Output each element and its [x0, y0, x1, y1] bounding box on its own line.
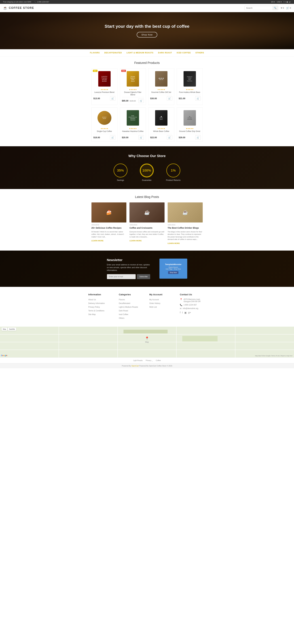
footer-gplus-icon[interactable]: g+ [188, 311, 191, 314]
blog-card-recipes[interactable]: 🍰 15/01/2016 25+ Delicious Coffee Recipe… [91, 202, 126, 244]
search-input[interactable] [245, 6, 272, 10]
map-placeholder[interactable]: Map 📍 Map Satellite Map data ©2016 Googl… [0, 327, 294, 358]
stars-gift: ★★★★★ [150, 88, 172, 90]
top-bar-left: Free shipping on all orders over $300 📞 … [3, 1, 49, 3]
product-price-row-douwe: $85.00 $100.00 🛒 [122, 97, 144, 103]
footer-twitter-icon[interactable]: t [182, 311, 183, 314]
svg-rect-8 [123, 330, 168, 334]
product-card-douwe[interactable]: Sale DouweEgbertsFilterBlend ★★★★★ Douwe… [120, 68, 146, 105]
product-image-arabica: FinlaysonFinestRichEspresso [179, 70, 201, 87]
nav-light-medium[interactable]: LIGHT & MEDIUM ROASTS [126, 52, 154, 54]
add-to-cart-wholebean[interactable]: 🛒 [167, 135, 172, 140]
product-card-hawaiian[interactable]: DONFRANCISCO'SHawaiianHazelnut ★★★★★ Haw… [120, 108, 146, 142]
blog-card-blogs[interactable]: ☕ 16/01/2016 The Best Coffee Drinker Blo… [168, 202, 203, 244]
add-to-cart-singlecup[interactable]: 🛒 [110, 135, 115, 140]
add-to-cart-lavazza[interactable]: 🛒 [110, 96, 115, 100]
product-image-lavazza: LAVAZZAPremiumHOUSEBLEND [93, 70, 115, 87]
stat-savings: 35% Savings [113, 164, 127, 181]
footer-link-delivery[interactable]: Delivery Information [88, 302, 105, 304]
footer-link-sitemap[interactable]: Site Map [88, 313, 96, 316]
why-section: Why Choose Our Store 35% Savings 100% Gu… [0, 146, 294, 189]
footer-cat-others[interactable]: Others [119, 317, 124, 319]
footer-cat-decaf[interactable]: Decaffeinated [119, 302, 130, 304]
add-to-cart-arabica[interactable]: 🛒 [195, 96, 201, 100]
footer-cat-flavors[interactable]: Flavors [119, 298, 125, 301]
map-label-satellite[interactable]: Satellite [8, 328, 16, 331]
language-selector[interactable]: EN ▾ [271, 1, 275, 3]
blog-image-recipes: 🍰 [91, 202, 126, 222]
product-card-wholebean[interactable]: ☕WholeBean ★★★★★ Whole Bean Coffee $22.0… [148, 108, 174, 142]
add-to-cart-hawaiian[interactable]: 🛒 [138, 135, 144, 140]
heart-icon: ♥ [281, 7, 282, 10]
facebook-icon[interactable]: f [284, 1, 284, 3]
wishlist-button[interactable]: ♥ 0 [281, 6, 284, 10]
product-image-gift: ☕ ☕ ☕Gift Set [150, 70, 172, 87]
powered-by-text: Powered By OpenCart [122, 365, 139, 367]
blog-link-croissants[interactable]: LEARN MORE [129, 240, 142, 242]
cart-button[interactable]: 🛒 0 [286, 6, 291, 10]
footer-link-wishlist[interactable]: Wish List [150, 306, 157, 308]
product-card-gift[interactable]: ☕ ☕ ☕Gift Set ★★★★★ Gourmet Coffee Gift … [148, 68, 174, 105]
footer-facebook-icon[interactable]: f [180, 311, 181, 314]
product-card-arabica[interactable]: FinlaysonFinestRichEspresso ★★★★★ Pure A… [177, 68, 203, 105]
map-label-map[interactable]: Map [2, 328, 7, 331]
nav-flavors[interactable]: FLAVORS [90, 52, 100, 54]
footer-link-terms[interactable]: Terms & Conditions [88, 310, 104, 312]
blog-card-croissants[interactable]: ☕ 15/01/2016 Coffee and Croissants Every… [129, 202, 165, 244]
stat-returns: 1% Product Returns [166, 164, 181, 181]
nav-dark-roast[interactable]: DARK ROAST [158, 52, 172, 54]
nav-iced-coffee[interactable]: ICED COFFEE [177, 52, 191, 54]
footer-account-title: My Account [150, 293, 175, 296]
instagram-icon[interactable]: ▣ [286, 1, 288, 3]
blog-text-recipes: Hi friends! I think it's no secret that … [91, 230, 126, 238]
savings-value: 35% [117, 168, 124, 172]
footer-cat-dark[interactable]: Dark Roast [119, 310, 128, 312]
product-price-row-gift: $30.00 🛒 [150, 95, 172, 100]
product-name-douwe: Douwe Egberts Filter Blend [122, 91, 144, 96]
footer-link-privacy[interactable]: Privacy Policy [88, 306, 100, 308]
product-card-lavazza[interactable]: New LAVAZZAPremiumHOUSEBLEND ★★★★★ Lavaz… [91, 68, 117, 105]
currency-selector[interactable]: USD ▾ [277, 1, 282, 3]
product-price-row-lavazza: $13.00 🛒 [93, 95, 115, 100]
add-to-cart-gift[interactable]: 🛒 [167, 96, 172, 100]
footer-link-privacy-page[interactable]: Privacy _ [146, 360, 153, 361]
product-image-wholebean: ☕WholeBean [150, 110, 172, 126]
footer-grid: Information About Us Delivery Informatio… [88, 293, 206, 320]
footer-link-orders[interactable]: Order History [150, 302, 160, 304]
blog-link-blogs[interactable]: LEARN MORE [168, 242, 180, 244]
add-to-cart-ground[interactable]: 🛒 [195, 135, 201, 140]
blog-text-blogs: The blogs in this section were chosen fo… [168, 230, 203, 241]
footer-information: Information About Us Delivery Informatio… [88, 293, 114, 320]
footer-link-light-roasts[interactable]: Light Roasts [133, 360, 142, 361]
footer-instagram-icon[interactable]: ▣ [184, 311, 187, 314]
cart-icon: 🛒 [286, 6, 289, 10]
footer-cat-light[interactable]: Light & Medium Roasts [119, 306, 138, 308]
footer-link-coffee[interactable]: Coffee [156, 360, 161, 361]
opencart-link[interactable]: OpenCart [131, 365, 139, 367]
product-card-singlecup[interactable]: DONUTSHOP ★★★★★ Single-Cup Coffee $18.00… [91, 108, 117, 142]
nav-decaffeinated[interactable]: DECAFFEINATED [104, 52, 122, 54]
widget-shop-button[interactable]: Shop Now [168, 271, 178, 274]
footer-link-about[interactable]: About Us [88, 298, 96, 301]
product-price-lavazza: $13.00 [93, 97, 100, 100]
stat-guarantee: 100% Guarantee [140, 164, 154, 181]
newsletter-email-input[interactable] [107, 274, 136, 279]
blog-link-recipes[interactable]: LEARN MORE [91, 240, 104, 242]
add-to-cart-douwe[interactable]: 🛒 [138, 98, 144, 103]
shop-now-button[interactable]: Shop Now [137, 32, 157, 38]
newsletter-subscribe-button[interactable]: Subscribe [137, 274, 150, 279]
footer-link-myaccount[interactable]: My Account [150, 298, 159, 301]
product-image-douwe: DouweEgbertsFilterBlend [122, 70, 144, 87]
logo[interactable]: ☕ COFFEE STORE [3, 6, 34, 10]
cart-count: 0 [290, 7, 291, 9]
nav-others[interactable]: OTHERS [195, 52, 204, 54]
product-card-ground[interactable]: illyFILTERCOFFEE ★★★★★ Ground Coffee Dri… [177, 108, 203, 142]
gplus-icon[interactable]: g+ [289, 1, 291, 3]
google-logo: Google [1, 354, 7, 356]
hero-title: Start your day with the best cup of coff… [105, 24, 189, 29]
product-name-wholebean: Whole Bean Coffee [150, 130, 172, 133]
footer-cat-iced[interactable]: Iced Coffee [119, 313, 128, 316]
footer-contact: Contact Us 📍 4578 Marmora road, Glasgow … [180, 293, 206, 320]
search-button[interactable]: 🔍 [272, 6, 278, 10]
twitter-icon[interactable]: t [285, 1, 285, 3]
